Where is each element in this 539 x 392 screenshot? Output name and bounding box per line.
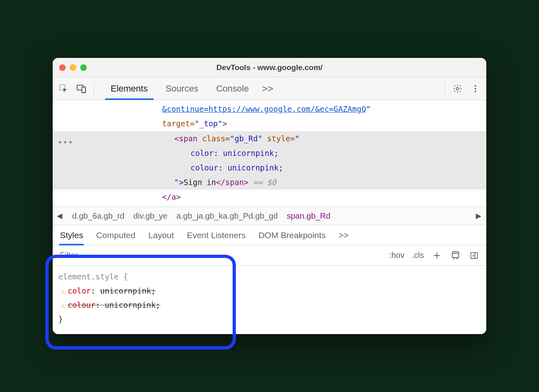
- svg-rect-9: [471, 252, 478, 258]
- dom-line[interactable]: colour: unicornpink;: [53, 160, 486, 175]
- subtab-layout[interactable]: Layout: [148, 225, 174, 245]
- sidebar-tabs: Styles Computed Layout Event Listeners D…: [53, 225, 486, 245]
- svg-rect-8: [452, 252, 459, 258]
- window-controls: [59, 64, 87, 71]
- new-style-rule-icon[interactable]: [431, 250, 443, 261]
- toggle-sidebar-icon[interactable]: [468, 250, 480, 261]
- toggle-classes-button[interactable]: .cls: [412, 251, 424, 260]
- dom-line[interactable]: <span class="gb_Rd" style=": [53, 131, 486, 146]
- computed-styles-icon[interactable]: [450, 250, 461, 261]
- dom-line[interactable]: &continue=https://www.google.com/&ec=GAZ…: [53, 102, 486, 116]
- breadcrumb-item[interactable]: d.gb_6a.gb_rd: [72, 211, 124, 221]
- svg-point-6: [475, 88, 476, 89]
- style-property[interactable]: ⚠ color: unicornpink;: [58, 284, 481, 298]
- svg-point-5: [475, 85, 476, 87]
- breadcrumb-item[interactable]: a.gb_ja.gb_ka.gb_Pd.gb_gd: [176, 211, 278, 221]
- more-subtabs-icon[interactable]: >>: [339, 225, 349, 245]
- panel-tabs: Elements Sources Console >>: [102, 77, 437, 100]
- url-fragment[interactable]: &continue=https://www.google.com/&ec=GAZ…: [162, 104, 366, 113]
- more-tabs-icon[interactable]: >>: [258, 77, 277, 100]
- breadcrumb-item[interactable]: div.gb_ye: [133, 211, 167, 221]
- maximize-window-icon[interactable]: [80, 64, 87, 71]
- console-ref: == $0: [248, 178, 276, 187]
- main-toolbar: Elements Sources Console >>: [53, 77, 486, 100]
- svg-point-7: [475, 91, 476, 92]
- toggle-hover-button[interactable]: :hov: [389, 251, 404, 260]
- svg-rect-2: [82, 87, 86, 93]
- styles-filter-input[interactable]: [53, 251, 383, 260]
- styles-toolbar: :hov .cls: [53, 245, 486, 266]
- subtab-dom-breakpoints[interactable]: DOM Breakpoints: [259, 225, 326, 245]
- separator: [94, 82, 94, 96]
- tab-console[interactable]: Console: [207, 77, 258, 100]
- subtab-computed[interactable]: Computed: [96, 225, 135, 245]
- dom-line[interactable]: </a>: [53, 190, 486, 204]
- warning-icon: ⚠: [61, 284, 65, 298]
- inspect-element-icon[interactable]: [58, 83, 69, 94]
- kebab-menu-icon[interactable]: [470, 83, 481, 94]
- style-selector[interactable]: element.style {: [58, 270, 481, 284]
- dom-tree[interactable]: &continue=https://www.google.com/&ec=GAZ…: [53, 100, 486, 207]
- expand-dots-icon[interactable]: •••: [58, 134, 73, 150]
- breadcrumb-scroll-right-icon[interactable]: ▶: [476, 211, 482, 220]
- dom-line[interactable]: target="_top">: [53, 116, 486, 131]
- style-actions: :hov .cls: [383, 250, 486, 261]
- window-title: DevTools - www.google.com/: [53, 63, 486, 72]
- dom-line[interactable]: ">Sign in</span> == $0: [53, 175, 486, 190]
- close-window-icon[interactable]: [59, 64, 66, 71]
- minimize-window-icon[interactable]: [70, 64, 76, 71]
- subtab-styles[interactable]: Styles: [60, 225, 83, 245]
- tab-elements[interactable]: Elements: [102, 77, 157, 100]
- breadcrumb-scroll-left-icon[interactable]: ◀: [57, 211, 63, 220]
- dom-line[interactable]: color: unicornpink;: [53, 146, 486, 160]
- settings-icon[interactable]: [452, 83, 463, 94]
- warning-icon: ⚠: [61, 298, 65, 312]
- breadcrumb: ◀ d.gb_6a.gb_rd div.gb_ye a.gb_ja.gb_ka.…: [53, 207, 486, 225]
- styles-pane[interactable]: element.style { ⚠ color: unicornpink; ⚠ …: [53, 266, 486, 334]
- style-close-brace: }: [58, 312, 481, 326]
- titlebar: DevTools - www.google.com/: [53, 58, 486, 77]
- subtab-event-listeners[interactable]: Event Listeners: [187, 225, 246, 245]
- devtools-window: DevTools - www.google.com/ Elements Sour…: [53, 58, 486, 334]
- breadcrumb-item-active[interactable]: span.gb_Rd: [287, 211, 330, 221]
- separator: [445, 82, 445, 96]
- tab-sources[interactable]: Sources: [157, 77, 207, 100]
- device-toggle-icon[interactable]: [76, 83, 87, 94]
- toolbar-right: [452, 83, 481, 94]
- style-property[interactable]: ⚠ colour: unicornpink;: [58, 298, 481, 312]
- selected-node[interactable]: ••• <span class="gb_Rd" style=" color: u…: [53, 131, 486, 190]
- svg-point-4: [456, 87, 459, 90]
